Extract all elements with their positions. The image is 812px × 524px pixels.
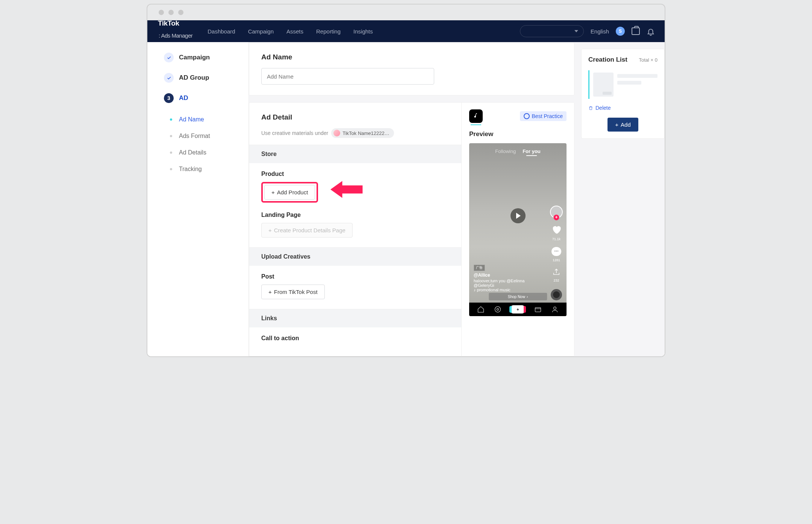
step-adgroup[interactable]: AD Group: [164, 73, 248, 83]
add-button[interactable]: + Add: [607, 118, 638, 132]
trash-icon: [588, 106, 593, 111]
svg-rect-2: [535, 307, 541, 312]
step-label: AD: [179, 94, 188, 102]
ad-detail-card: Ad Detail Use creative materials under T…: [249, 102, 574, 356]
plus-icon: +: [511, 305, 524, 313]
dot-icon: [170, 118, 172, 121]
substep-addetails[interactable]: Ad Details: [170, 144, 248, 161]
product-label: Product: [261, 171, 449, 177]
arrow-annotation: [330, 178, 364, 201]
preview-username: @Allice: [474, 273, 544, 278]
play-icon: [511, 208, 526, 223]
ad-name-title: Ad Name: [261, 53, 562, 61]
preview-column: Best Practice Preview Following For you: [461, 103, 574, 356]
nav-dashboard[interactable]: Dashboard: [208, 28, 235, 35]
dot-icon: [170, 151, 172, 154]
account-dropdown[interactable]: [520, 25, 584, 37]
creation-list-panel: Creation List Total × 0 Delete: [574, 42, 665, 356]
brand-sub: : Ads Manager: [159, 27, 192, 44]
step-label: AD Group: [179, 74, 209, 82]
nav-links: Dashboard Campaign Assets Reporting Insi…: [208, 28, 373, 35]
ad-detail-title: Ad Detail: [261, 113, 449, 121]
upload-creatives-section: Upload Creatives: [249, 247, 461, 266]
highlight-annotation: + Add Product: [261, 182, 318, 203]
share-icon: [552, 268, 561, 276]
svg-point-3: [554, 307, 556, 310]
shop-now-button: Shop Now ›: [489, 293, 547, 300]
creative-source-text: Use creative materials under TikTok Name…: [261, 128, 449, 138]
from-tiktok-post-button[interactable]: + From TikTok Post: [261, 285, 325, 299]
profile-icon: [551, 306, 559, 313]
landing-page-label: Landing Page: [261, 212, 449, 218]
tab-following: Following: [495, 148, 516, 154]
chevron-down-icon: [574, 30, 578, 32]
bell-icon[interactable]: [647, 27, 654, 35]
phone-preview: Following For you 71.1k 1281: [469, 143, 567, 316]
substep-tracking[interactable]: Tracking: [170, 161, 248, 177]
step-label: Campaign: [179, 54, 210, 61]
substep-adsformat[interactable]: Ads Format: [170, 128, 248, 144]
cta-label: Call to action: [261, 335, 449, 342]
svg-point-0: [495, 307, 501, 312]
brand-logo: TikTok: Ads Manager: [158, 19, 192, 44]
ad-name-card: Ad Name: [249, 42, 574, 95]
window-titlebar: [147, 5, 665, 20]
best-practice-button[interactable]: Best Practice: [520, 111, 567, 121]
tiktok-circle-icon: [524, 113, 530, 119]
top-nav: TikTok: Ads Manager Dashboard Campaign A…: [147, 20, 665, 42]
briefcase-icon[interactable]: [632, 27, 640, 35]
creator-avatar-icon: [550, 206, 563, 218]
discover-icon: [494, 306, 501, 313]
nav-reporting[interactable]: Reporting: [316, 28, 341, 35]
traffic-light-close[interactable]: [159, 10, 164, 15]
links-section: Links: [249, 309, 461, 327]
comments-count: 1281: [553, 258, 560, 262]
ad-name-input[interactable]: [261, 68, 434, 85]
home-icon: [477, 306, 485, 313]
traffic-light-min[interactable]: [168, 10, 174, 15]
preview-caption: haloover,turn you @Eelinna @GeleryGi: [474, 279, 544, 288]
tab-foryou: For you: [523, 148, 541, 154]
nav-assets[interactable]: Assets: [286, 28, 303, 35]
thumbnail-placeholder: [593, 73, 614, 97]
preview-title: Preview: [469, 130, 567, 138]
substep-label: Ad Name: [179, 116, 204, 123]
creation-item[interactable]: [588, 70, 657, 99]
likes-count: 71.1k: [552, 237, 561, 241]
sidebar: Campaign AD Group 3 AD Ad Name Ads Forma…: [147, 42, 249, 356]
step-ad[interactable]: 3 AD: [164, 93, 248, 103]
skeleton-line: [617, 74, 657, 78]
music-disc-icon: [551, 289, 562, 300]
post-label: Post: [261, 273, 449, 280]
step-campaign[interactable]: Campaign: [164, 53, 248, 62]
substep-adname[interactable]: Ad Name: [170, 111, 248, 128]
dot-icon: [170, 168, 172, 170]
dot-icon: [170, 135, 172, 137]
create-page-button[interactable]: + Create Product Details Page: [261, 223, 353, 238]
nav-campaign[interactable]: Campaign: [248, 28, 274, 35]
account-pill[interactable]: TikTok Name12222…: [331, 128, 394, 138]
add-product-button[interactable]: + Add Product: [264, 185, 315, 200]
nav-insights[interactable]: Insights: [353, 28, 373, 35]
shares-count: 232: [553, 279, 559, 282]
store-section: Store: [249, 145, 461, 163]
step-number-icon: 3: [164, 93, 174, 103]
tiktok-logo-icon: [469, 109, 483, 123]
language-selector[interactable]: English: [591, 28, 609, 35]
traffic-light-max[interactable]: [178, 10, 183, 15]
svg-point-1: [497, 309, 499, 310]
creation-total: Total × 0: [639, 57, 657, 63]
phone-nav: +: [469, 303, 567, 316]
comment-icon: [551, 247, 561, 256]
check-icon: [164, 73, 174, 83]
substep-label: Ad Details: [179, 149, 206, 156]
brand-name: TikTok: [158, 19, 179, 27]
delete-button[interactable]: Delete: [588, 105, 657, 111]
user-avatar[interactable]: S: [616, 27, 625, 36]
ad-tag: 广告: [474, 265, 485, 271]
inbox-icon: [534, 306, 542, 313]
check-icon: [164, 53, 174, 62]
substep-label: Tracking: [179, 166, 202, 173]
substep-label: Ads Format: [179, 133, 210, 139]
preview-music: ♪ promotional music: [474, 288, 544, 292]
